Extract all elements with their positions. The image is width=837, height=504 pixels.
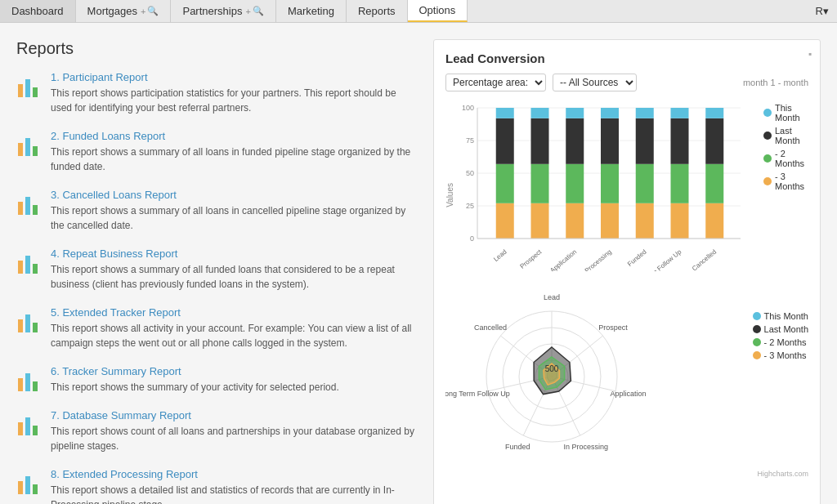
nav-tab-partnerships[interactable]: Partnerships + 🔍 xyxy=(171,0,275,22)
partnerships-plus-icon[interactable]: + xyxy=(245,7,250,16)
svg-rect-45 xyxy=(566,164,584,203)
svg-text:Prospect: Prospect xyxy=(518,248,544,270)
report-item-6: 6. Tracker Summary Report This report sh… xyxy=(16,365,417,395)
svg-rect-37 xyxy=(496,108,514,118)
sources-filter-select[interactable]: -- All Sources xyxy=(553,74,637,91)
svg-rect-14 xyxy=(33,323,38,332)
mortgages-search-icon[interactable]: 🔍 xyxy=(147,6,159,16)
svg-rect-1 xyxy=(25,79,30,97)
svg-text:Application: Application xyxy=(548,248,578,271)
report-item-1: 1. Participant Report This report shows … xyxy=(16,71,417,115)
svg-rect-65 xyxy=(705,164,723,203)
radar-chart: LeadProspectApplicationIn ProcessingFund… xyxy=(445,287,745,466)
nav-tab-reports[interactable]: Reports xyxy=(347,0,408,22)
svg-rect-55 xyxy=(636,164,654,203)
svg-rect-20 xyxy=(33,426,38,435)
svg-rect-11 xyxy=(33,264,38,274)
report-title-3[interactable]: 3. Cancelled Loans Report xyxy=(51,189,417,201)
report-title-2[interactable]: 2. Funded Loans Report xyxy=(51,130,417,142)
nav-user-menu[interactable]: R▾ xyxy=(808,0,837,22)
nav-tab-marketing[interactable]: Marketing xyxy=(276,0,347,22)
radar-legend-item: Last Month xyxy=(753,324,808,334)
radar-legend-dot xyxy=(753,338,761,346)
report-desc-7: This report shows count of all loans and… xyxy=(51,424,417,453)
legend-dot xyxy=(763,177,772,185)
svg-text:500: 500 xyxy=(545,364,559,373)
percentage-filter-select[interactable]: Percentage area: xyxy=(445,74,546,91)
radar-chart-area: LeadProspectApplicationIn ProcessingFund… xyxy=(445,287,808,466)
radar-legend-item: This Month xyxy=(753,311,808,321)
report-item-7: 7. Database Summary Report This report s… xyxy=(16,409,417,453)
report-icon-3 xyxy=(16,190,43,216)
svg-rect-23 xyxy=(33,484,38,494)
svg-rect-5 xyxy=(33,146,38,156)
svg-rect-13 xyxy=(25,314,30,332)
report-title-1[interactable]: 1. Participant Report xyxy=(51,71,417,83)
svg-rect-17 xyxy=(33,381,38,391)
radar-legend-dot xyxy=(753,325,761,333)
svg-rect-44 xyxy=(566,203,584,239)
svg-text:50: 50 xyxy=(466,169,474,177)
svg-text:Prospect: Prospect xyxy=(598,323,628,332)
svg-rect-59 xyxy=(671,203,689,239)
svg-rect-12 xyxy=(18,319,23,332)
report-icon-4 xyxy=(16,249,43,275)
radar-legend: This MonthLast Month- 2 Months- 3 Months xyxy=(753,287,808,466)
report-title-4[interactable]: 4. Repeat Business Report xyxy=(51,248,417,260)
report-title-5[interactable]: 5. Extended Tracker Report xyxy=(51,306,417,319)
report-icon-5 xyxy=(16,308,43,334)
svg-rect-42 xyxy=(531,108,549,118)
svg-rect-41 xyxy=(531,118,549,164)
svg-rect-49 xyxy=(601,203,619,239)
svg-rect-18 xyxy=(18,422,23,435)
bar-chart-wrapper: Values 0255075100LeadProspectApplication… xyxy=(445,100,808,274)
y-axis-label-container: Values xyxy=(445,100,454,274)
svg-rect-22 xyxy=(25,476,30,494)
svg-rect-19 xyxy=(25,417,30,435)
mortgages-plus-icon[interactable]: + xyxy=(141,7,145,16)
svg-rect-56 xyxy=(636,118,654,164)
report-desc-6: This report shows the summary of your ac… xyxy=(51,380,417,395)
svg-text:Lead: Lead xyxy=(544,293,560,301)
radar-svg: LeadProspectApplicationIn ProcessingFund… xyxy=(445,287,674,475)
svg-text:Funded: Funded xyxy=(626,248,648,268)
svg-rect-35 xyxy=(496,164,514,203)
svg-rect-52 xyxy=(601,108,619,118)
svg-rect-64 xyxy=(705,203,723,239)
svg-rect-57 xyxy=(636,108,654,118)
nav-tab-options[interactable]: Options xyxy=(408,0,468,22)
svg-rect-62 xyxy=(671,108,689,118)
report-icon-8 xyxy=(16,470,43,496)
chart-controls: Percentage area: -- All Sources month 1 … xyxy=(445,74,808,91)
main-content: Reports 1. Participant Report This repor… xyxy=(0,23,837,504)
report-item-2: 2. Funded Loans Report This report shows… xyxy=(16,130,417,174)
reports-title: Reports xyxy=(16,39,417,58)
legend-dot xyxy=(763,132,772,140)
svg-text:100: 100 xyxy=(462,104,474,112)
report-desc-8: This report shows a detailed list and st… xyxy=(51,483,417,504)
report-desc-1: This report shows participation statisti… xyxy=(51,86,417,115)
partnerships-search-icon[interactable]: 🔍 xyxy=(253,6,264,16)
svg-rect-15 xyxy=(18,378,23,391)
bar-chart-svg-element: 0255075100LeadProspectApplicationIn Proc… xyxy=(454,100,757,271)
report-item-8: 8. Extended Processing Report This repor… xyxy=(16,468,417,504)
report-title-6[interactable]: 6. Tracker Summary Report xyxy=(51,365,417,377)
report-icon-7 xyxy=(16,411,43,437)
svg-text:In Processing: In Processing xyxy=(563,443,608,451)
panel-close-button[interactable]: ▪ xyxy=(808,48,812,60)
svg-rect-51 xyxy=(601,118,619,164)
svg-rect-39 xyxy=(531,203,549,239)
bar-chart-area: 0255075100LeadProspectApplicationIn Proc… xyxy=(454,100,757,274)
svg-rect-10 xyxy=(25,256,30,274)
svg-text:Funded: Funded xyxy=(505,443,530,451)
report-title-8[interactable]: 8. Extended Processing Report xyxy=(51,468,417,480)
nav-tab-mortgages[interactable]: Mortgages + 🔍 xyxy=(76,0,172,22)
bar-chart-svg: 0255075100LeadProspectApplicationIn Proc… xyxy=(454,100,757,274)
nav-tab-dashboard[interactable]: Dashboard xyxy=(0,0,76,22)
month-range-label: month 1 - month xyxy=(743,78,808,87)
report-desc-4: This report shows a summary of all funde… xyxy=(51,262,417,292)
report-desc-3: This report shows a summary of all loans… xyxy=(51,203,417,233)
svg-rect-9 xyxy=(18,261,23,274)
report-title-7[interactable]: 7. Database Summary Report xyxy=(51,409,417,421)
bar-chart-legend: This MonthLast Month- 2 Months- 3 Months xyxy=(763,100,808,274)
